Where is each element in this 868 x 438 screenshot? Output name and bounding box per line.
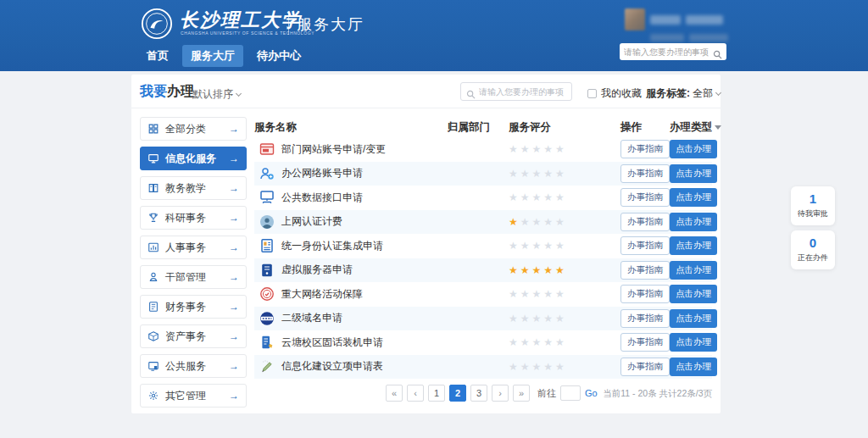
apply-button[interactable]: 点击办理 — [670, 164, 717, 183]
apply-button[interactable]: 点击办理 — [670, 140, 717, 158]
apply-button[interactable]: 点击办理 — [670, 213, 717, 231]
sidebar-item-label: 全部分类 — [165, 122, 206, 136]
sidebar-item-资产事务[interactable]: 资产事务→ — [140, 324, 247, 348]
page-button-2[interactable]: 2 — [449, 385, 466, 402]
sidebar-item-公共服务[interactable]: 公共服务→ — [140, 354, 247, 378]
service-search[interactable] — [460, 82, 572, 101]
page-button-1[interactable]: 1 — [428, 385, 445, 402]
apply-button[interactable]: 点击办理 — [670, 261, 717, 280]
apply-button[interactable]: 点击办理 — [670, 285, 717, 303]
sidebar-item-财务事务[interactable]: 财务事务→ — [140, 295, 247, 319]
table-row: 统一身份认证集成申请★★★★★办事指南点击办理 — [254, 234, 712, 258]
star-icon: ★ — [555, 336, 567, 348]
star-icon: ★ — [532, 168, 544, 180]
apply-button[interactable]: 点击办理 — [670, 333, 717, 352]
arrow-right-icon: → — [229, 330, 239, 342]
star-icon: ★ — [509, 336, 520, 348]
sidebar-item-信息化服务[interactable]: 信息化服务→ — [140, 147, 247, 170]
stat-value: 0 — [793, 236, 833, 250]
service-name[interactable]: 重大网络活动保障 — [281, 287, 363, 302]
service-name-cell: 上网认证计费 — [254, 214, 448, 230]
stat-value: 1 — [793, 191, 833, 206]
header-search-input[interactable] — [624, 47, 713, 57]
sidebar-item-label: 教务教学 — [165, 181, 206, 196]
quick-stat-待我审批[interactable]: 1待我审批 — [791, 186, 835, 225]
guide-button[interactable]: 办事指南 — [620, 140, 670, 158]
service-name[interactable]: 公共数据接口申请 — [281, 191, 363, 205]
service-tag-dropdown[interactable]: 服务标签: 全部 — [646, 86, 721, 101]
service-name[interactable]: 信息化建设立项申请表 — [281, 359, 383, 374]
sidebar-item-人事事务[interactable]: 人事事务→ — [140, 236, 247, 259]
apply-button[interactable]: 点击办理 — [670, 188, 717, 207]
sort-dropdown[interactable]: 默认排序 — [192, 87, 241, 102]
star-icon: ★ — [543, 288, 555, 300]
prev-page-button[interactable]: ‹ — [407, 385, 424, 402]
guide-button[interactable]: 办事指南 — [620, 285, 670, 303]
apply-cell: 点击办理 — [670, 164, 712, 183]
service-name[interactable]: 办公网络账号申请 — [281, 166, 363, 180]
my-favorites-filter[interactable]: 我的收藏 — [587, 86, 642, 101]
nav-tab-服务大厅[interactable]: 服务大厅 — [182, 45, 243, 67]
arrow-right-icon: → — [229, 152, 239, 164]
sidebar-item-教务教学[interactable]: 教务教学→ — [140, 176, 247, 200]
guide-button[interactable]: 办事指南 — [620, 188, 670, 207]
service-rating: ★★★★★ — [509, 336, 620, 348]
quick-stat-正在办件[interactable]: 0正在办件 — [791, 230, 835, 269]
star-icon: ★ — [543, 143, 555, 155]
operation-cell: 办事指南 — [620, 285, 670, 303]
operation-cell: 办事指南 — [620, 236, 670, 255]
table-row: 虚拟服务器申请★★★★★办事指南点击办理 — [254, 258, 712, 283]
apply-button[interactable]: 点击办理 — [670, 309, 717, 328]
user-meta-redacted — [650, 34, 684, 42]
apply-button[interactable]: 点击办理 — [670, 358, 717, 376]
favorites-checkbox[interactable] — [587, 89, 597, 98]
service-name[interactable]: 二级域名申请 — [281, 311, 342, 325]
operation-cell: 办事指南 — [620, 309, 670, 328]
column-header-办理类型[interactable]: 办理类型 — [670, 120, 712, 135]
avatar[interactable] — [625, 8, 645, 30]
guide-button[interactable]: 办事指南 — [620, 164, 670, 183]
sidebar-item-科研事务[interactable]: 科研事务→ — [140, 206, 247, 230]
guide-button[interactable]: 办事指南 — [620, 261, 670, 280]
star-icon: ★ — [520, 143, 532, 155]
page-title-rest: 办理 — [167, 84, 194, 98]
arrow-right-icon: → — [229, 123, 239, 135]
star-icon: ★ — [532, 143, 544, 155]
page-button-3[interactable]: 3 — [470, 385, 487, 402]
star-icon: ★ — [509, 361, 520, 373]
header-search[interactable] — [620, 43, 726, 60]
user-info[interactable] — [625, 8, 752, 45]
service-name-cell: 公共数据接口申请 — [254, 190, 448, 205]
nav-tab-待办中心[interactable]: 待办中心 — [248, 45, 309, 67]
service-name[interactable]: 统一身份认证集成申请 — [281, 239, 383, 253]
apply-cell: 点击办理 — [670, 140, 712, 158]
operation-cell: 办事指南 — [620, 213, 670, 231]
first-page-button[interactable]: « — [386, 385, 403, 402]
table-row: 部门网站账号申请/变更★★★★★办事指南点击办理 — [254, 137, 712, 162]
star-icon: ★ — [532, 240, 544, 252]
service-name[interactable]: 上网认证计费 — [281, 214, 342, 229]
guide-button[interactable]: 办事指南 — [620, 358, 670, 376]
search-icon[interactable] — [713, 47, 722, 57]
guide-button[interactable]: 办事指南 — [620, 213, 670, 231]
service-search-input[interactable] — [479, 87, 566, 97]
guide-button[interactable]: 办事指南 — [620, 333, 670, 352]
sidebar-item-干部管理[interactable]: 干部管理→ — [140, 265, 247, 289]
guide-button[interactable]: 办事指南 — [620, 236, 670, 255]
sidebar-item-全部分类[interactable]: 全部分类→ — [140, 117, 247, 141]
next-page-button[interactable]: › — [492, 385, 509, 402]
arrow-right-icon: → — [229, 241, 239, 253]
go-button[interactable]: Go — [585, 388, 598, 398]
service-name-cell: 重大网络活动保障 — [254, 286, 448, 302]
service-name[interactable]: 部门网站账号申请/变更 — [281, 142, 386, 157]
nav-tab-首页[interactable]: 首页 — [138, 45, 177, 67]
guide-button[interactable]: 办事指南 — [620, 309, 670, 328]
goto-page-input[interactable] — [560, 385, 581, 401]
apply-button[interactable]: 点击办理 — [670, 236, 717, 255]
service-name[interactable]: 云塘校区固话装机申请 — [281, 335, 383, 350]
sidebar-item-其它管理[interactable]: 其它管理→ — [140, 384, 247, 408]
pencil-icon — [259, 359, 275, 374]
service-rating: ★★★★★ — [509, 288, 620, 300]
last-page-button[interactable]: » — [513, 385, 530, 402]
service-name[interactable]: 虚拟服务器申请 — [281, 263, 353, 277]
